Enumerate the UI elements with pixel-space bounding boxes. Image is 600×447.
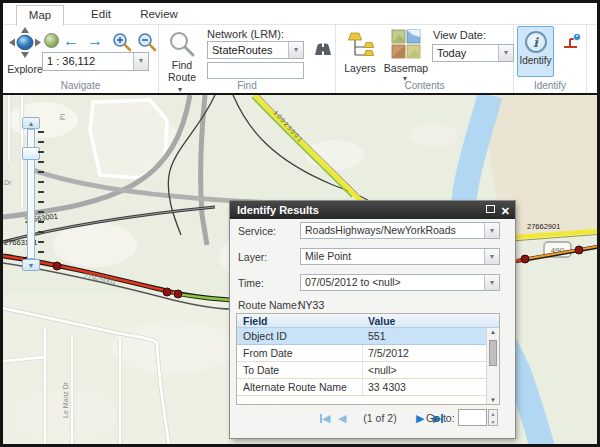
group-navigate: Explore ← → [3,25,159,93]
route-name-value: NY33 [298,299,324,311]
find-route-label-1: Find [162,59,202,71]
app-window: Map Edit Review [0,0,600,447]
group-contents: Layers Basemap ▾ View Date: [336,25,514,93]
group-label-navigate: Navigate [3,80,158,91]
next-page-button[interactable]: ▶ [416,411,424,425]
route-name-label: Route Name: [238,299,300,311]
scrollbar-thumb[interactable] [489,340,497,366]
group-find: Find Route ▾ Network (LRM): StateRoutes … [159,25,336,93]
first-page-button[interactable]: ◀ [320,411,330,425]
scale-combobox[interactable]: 1 : 36,112 ▾ [42,52,149,71]
cell-field: Object ID [243,330,287,342]
scale-value: 1 : 36,112 [43,53,133,70]
identify-button[interactable]: i Identify [517,26,554,77]
table-header: Field Value [237,314,499,328]
pagination-bar: ◀ ◀ (1 of 2) ▶ ▶ Go to: ▲ ▼ [230,408,515,432]
find-route-icon[interactable] [168,30,196,62]
tab-review[interactable]: Review [131,5,187,25]
layers-button[interactable]: Layers [338,62,382,74]
dialog-titlebar[interactable]: Identify Results ✕ [230,201,515,219]
basemap-icon [391,29,421,63]
explore-icon [8,45,42,62]
find-route-input[interactable] [207,62,304,79]
binoculars-icon[interactable] [314,41,332,62]
goto-spinner[interactable]: ▲ ▼ [488,409,498,426]
forward-arrow-icon[interactable]: → [87,33,103,49]
tab-map[interactable]: Map [16,5,64,26]
view-date-value: Today [433,45,498,61]
dialog-title: Identify Results [237,204,319,216]
time-combobox[interactable]: 07/05/2012 to <null> ▾ [300,274,500,291]
layers-icon [345,30,375,64]
time-label: Time: [238,277,264,289]
table-row[interactable]: To Date <null> [237,362,499,379]
layer-combobox[interactable]: Mile Point ▾ [300,248,500,265]
identify-icon: i [525,31,547,53]
street-label-pl: Pl [59,113,66,120]
cell-value: 551 [368,330,386,342]
goto-page-input[interactable] [458,409,487,426]
identify-route-locations-icon[interactable] [562,32,582,56]
identify-results-dialog: Identify Results ✕ Service: RoadsHighway… [230,201,515,438]
service-label: Service: [238,225,276,237]
service-value: RoadsHighways/NewYorkRoads [301,223,484,238]
attributes-table: Field Value Object ID 551 From Date 7/5/… [236,313,500,405]
group-label-contents: Contents [336,80,513,91]
cell-value: 7/5/2012 [368,347,409,359]
column-header-field: Field [243,315,268,327]
zoom-slider-ticks [38,131,44,255]
goto-label: Go to: [426,412,455,424]
time-value: 07/05/2012 to <null> [301,275,484,290]
column-header-value: Value [368,315,395,327]
identify-label: Identify [518,55,553,66]
back-arrow-icon[interactable]: ← [63,33,79,49]
route-label-27662901: 27662901 [527,222,560,231]
view-date-label: View Date: [433,29,486,41]
layer-value: Mile Point [301,249,484,264]
service-dropdown-arrow[interactable]: ▾ [484,223,499,238]
layer-dropdown-arrow[interactable]: ▾ [484,249,499,264]
table-row[interactable]: Object ID 551 [237,328,499,345]
page-indicator: (1 of 2) [348,412,412,424]
maximize-icon[interactable] [486,205,495,213]
spinner-up-icon[interactable]: ▲ [489,410,497,418]
explore-button[interactable]: Explore [5,27,45,73]
tab-bar: Map Edit Review [3,3,597,25]
group-label-find: Find [159,80,335,91]
network-lrm-label: Network (LRM): [207,28,284,40]
spinner-down-icon[interactable]: ▼ [489,418,497,426]
zoom-slider-up-button[interactable]: ▲ [22,117,40,129]
group-label-identify: Identify [514,80,586,91]
view-date-dropdown-arrow[interactable]: ▾ [498,45,513,61]
time-dropdown-arrow[interactable]: ▾ [484,275,499,290]
zoom-slider-down-button[interactable]: ▼ [22,259,40,271]
network-lrm-dropdown-arrow[interactable]: ▾ [288,42,303,58]
cell-field: To Date [243,364,279,376]
layer-label: Layer: [238,251,267,263]
close-icon[interactable]: ✕ [501,202,510,220]
map-canvas[interactable]: 490 27663001 27663101 27925001 27662901 … [3,93,597,444]
street-label-dr: Dr [4,179,12,186]
table-row[interactable]: Alternate Route Name 33 4303 [237,379,499,396]
table-scrollbar[interactable]: ▲ ▼ [486,328,499,404]
scroll-down-icon[interactable]: ▼ [487,397,499,403]
table-row[interactable]: From Date 7/5/2012 [237,345,499,362]
basemap-button[interactable]: Basemap [383,62,429,74]
cell-value: 33 4303 [368,381,406,393]
scale-dropdown-arrow[interactable]: ▾ [133,53,148,70]
network-lrm-value: StateRoutes [208,42,288,58]
previous-page-button[interactable]: ◀ [338,411,346,425]
service-combobox[interactable]: RoadsHighways/NewYorkRoads ▾ [300,222,500,239]
tab-edit[interactable]: Edit [78,5,124,25]
street-label-le-manz-dr: Le Manz Dr [62,381,69,418]
cell-value: <null> [368,364,397,376]
group-identify: i Identify Identify [514,25,587,93]
view-date-combobox[interactable]: Today ▾ [432,44,514,62]
explore-label: Explore [5,63,45,75]
cell-field: From Date [243,347,293,359]
ribbon: Map Edit Review [3,3,597,93]
cell-field: Alternate Route Name [243,381,347,393]
network-lrm-combobox[interactable]: StateRoutes ▾ [207,41,304,59]
full-extent-globe-icon[interactable] [44,33,59,48]
scroll-up-icon[interactable]: ▲ [487,329,499,335]
